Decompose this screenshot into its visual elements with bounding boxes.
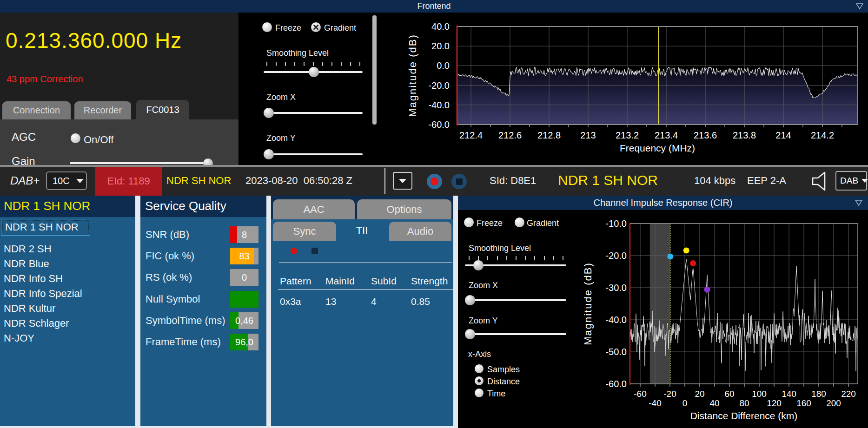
svg-text:100: 100: [752, 389, 767, 399]
cir-plot[interactable]: -10.0-20.0-30.0-40.0-50.0-60.0-60-202060…: [574, 210, 868, 428]
zoom-y-label: Zoom Y: [266, 133, 296, 143]
svg-text:212.4: 212.4: [459, 130, 483, 140]
service-item[interactable]: NDR Kultur: [0, 301, 134, 316]
collapse-cir-icon[interactable]: [855, 199, 862, 206]
tii-cell: 0x3a: [280, 296, 301, 307]
cir-zoom-y-slider-handle[interactable]: [465, 329, 475, 339]
svg-text:60: 60: [724, 389, 734, 399]
channel-value: 10C: [53, 176, 70, 186]
gradient-radio[interactable]: [311, 22, 321, 32]
svg-text:0: 0: [682, 398, 688, 408]
datetime-label: 2023-08-20 06:50:28 Z: [245, 175, 352, 187]
smoothing-tickmarks: [266, 62, 360, 66]
output-value: DAB: [840, 176, 858, 186]
svg-text:80: 80: [739, 398, 749, 408]
service-item[interactable]: NDR 1 SH NOR: [1, 219, 90, 236]
tab-connection[interactable]: Connection: [2, 101, 71, 119]
cir-freeze-radio[interactable]: [464, 217, 474, 227]
cir-zoom-x-slider-track[interactable]: [465, 299, 566, 301]
quality-bar: 96,0: [230, 334, 258, 350]
tab-aac[interactable]: AAC: [273, 199, 355, 219]
x-axis-radio-time[interactable]: [475, 388, 484, 397]
quality-bar-value: [230, 291, 258, 308]
dab-receiver-window: Frontend 0.213.360.000 Hz 43 ppm Correct…: [0, 0, 868, 428]
service-item[interactable]: NDR Info SH: [0, 271, 134, 286]
cir-smoothing-slider-handle[interactable]: [473, 260, 484, 270]
quality-bar: 0,46: [230, 312, 258, 329]
gain-slider-track[interactable]: [70, 162, 212, 164]
x-axis-radio-samples[interactable]: [475, 364, 484, 373]
service-item[interactable]: NDR Schlager: [0, 316, 134, 331]
service-item[interactable]: NDR Info Spezial: [0, 286, 134, 301]
svg-text:-50.0: -50.0: [605, 347, 627, 357]
cir-smoothing-tickmarks: [469, 256, 563, 260]
smoothing-slider-handle[interactable]: [309, 67, 319, 77]
agc-onoff-radio[interactable]: [71, 133, 80, 143]
tab-audio[interactable]: Audio: [389, 222, 451, 241]
speaker-icon[interactable]: [809, 171, 833, 191]
output-dropdown[interactable]: DAB: [835, 171, 867, 191]
tab-options[interactable]: Options: [357, 199, 451, 219]
expand-dropdown-button[interactable]: [393, 172, 412, 190]
svg-text:-60.0: -60.0: [428, 119, 450, 130]
svg-text:213.8: 213.8: [733, 130, 756, 140]
controls-scrollbar[interactable]: [372, 15, 377, 125]
svg-text:Magnitude (dB): Magnitude (dB): [582, 262, 594, 345]
stop-button[interactable]: [451, 174, 467, 189]
stop-icon: [456, 178, 463, 185]
quality-row-label: FIC (ok %): [146, 250, 194, 262]
chevron-down-icon: [861, 179, 868, 183]
ppm-correction-label: 43 ppm Correction: [7, 74, 83, 85]
tab-tii[interactable]: TII: [337, 220, 387, 241]
spectrum-plot[interactable]: 40.020.00.0-20.0-40.0-60.0212.4212.6212.…: [377, 13, 868, 167]
service-item[interactable]: NDR 2 SH: [0, 242, 134, 257]
zoom-y-slider-track[interactable]: [264, 153, 363, 155]
svg-text:-30.0: -30.0: [605, 283, 627, 293]
freeze-radio[interactable]: [262, 22, 272, 32]
tii-sync-indicator-icon: [291, 248, 297, 254]
cir-zoom-y-slider-track[interactable]: [465, 333, 566, 335]
x-axis-option-label: Distance: [487, 377, 520, 387]
svg-text:-60: -60: [634, 389, 646, 399]
tii-cell: 0.85: [411, 296, 430, 307]
svg-text:-40.0: -40.0: [428, 100, 450, 110]
svg-text:20: 20: [695, 389, 704, 399]
chevron-down-icon: [399, 179, 406, 183]
zoom-x-slider-handle[interactable]: [264, 108, 274, 118]
tab-sync[interactable]: Sync: [273, 222, 336, 241]
service-id-label: SId: D8E1: [490, 175, 536, 187]
record-icon: [431, 178, 438, 185]
quality-row-label: Null Symbol: [146, 293, 200, 305]
zoom-x-slider-track[interactable]: [264, 112, 363, 114]
smoothing-label: Smoothing Level: [266, 48, 329, 58]
tii-header-cell: Pattern: [280, 276, 311, 287]
channel-dropdown[interactable]: 10C: [46, 171, 87, 190]
service-item[interactable]: N-JOY: [0, 331, 134, 346]
cir-panel: Channel Impulse Response (CIR) Freeze Gr…: [458, 196, 868, 428]
svg-text:-40.0: -40.0: [605, 315, 627, 325]
record-button[interactable]: [427, 174, 442, 189]
svg-text:220: 220: [841, 389, 856, 399]
x-axis-radio-distance[interactable]: [475, 376, 484, 385]
frequency-display[interactable]: 0.213.360.000 Hz: [6, 28, 182, 53]
cir-titlebar: Channel Impulse Response (CIR): [458, 196, 868, 210]
collapse-frontend-icon[interactable]: [856, 3, 863, 10]
tii-stop-indicator-icon: [311, 248, 318, 254]
service-item[interactable]: NDR Blue: [0, 257, 134, 271]
svg-text:160: 160: [796, 398, 811, 408]
frontend-title: Frontend: [417, 1, 451, 11]
bottom-strip: [0, 426, 458, 428]
svg-text:213: 213: [580, 130, 596, 140]
cir-zoom-x-slider-handle[interactable]: [465, 295, 475, 305]
panel-divider: [453, 196, 458, 428]
zoom-y-slider-handle[interactable]: [264, 149, 274, 159]
tab-recorder[interactable]: Recorder: [74, 101, 131, 119]
freeze-label: Freeze: [275, 23, 301, 33]
quality-bar-value: 8: [230, 226, 258, 243]
svg-text:213.4: 213.4: [655, 130, 678, 140]
quality-bar-value: 0,46: [230, 312, 258, 329]
tab-fc0013[interactable]: FC0013: [136, 100, 189, 119]
cir-gradient-radio[interactable]: [515, 217, 524, 227]
svg-text:213.6: 213.6: [694, 130, 717, 140]
svg-text:Frequency (MHz): Frequency (MHz): [620, 143, 695, 153]
